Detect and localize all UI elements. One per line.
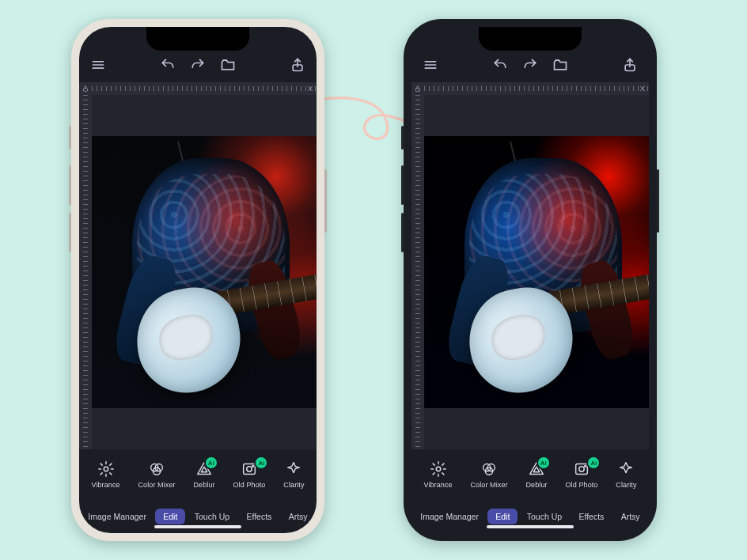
undo-icon[interactable] (160, 57, 176, 73)
image-canvas[interactable] (92, 95, 317, 449)
menu-icon[interactable] (423, 57, 438, 73)
tool-label: Vibrance (91, 481, 119, 489)
ai-badge: Ai (206, 457, 217, 468)
vibrance-icon (97, 460, 115, 478)
undo-icon[interactable] (492, 57, 508, 73)
tool-vibrance[interactable]: Vibrance (91, 460, 119, 489)
ai-badge: Ai (538, 457, 549, 468)
svg-point-20 (247, 467, 252, 471)
tab-effects[interactable]: Effects (238, 509, 279, 524)
tool-label: Old Photo (566, 481, 598, 489)
canvas-area (79, 82, 317, 449)
share-icon[interactable] (622, 57, 638, 73)
ruler-close-icon[interactable] (636, 82, 649, 95)
tab-effects[interactable]: Effects (571, 509, 612, 524)
app-topbar (411, 47, 649, 82)
tool-deblur[interactable]: Ai Deblur (526, 460, 548, 489)
color-mixer-icon (480, 460, 498, 478)
clarity-icon (617, 460, 635, 478)
vibrance-icon (430, 460, 447, 478)
tab-artsy[interactable]: Artsy (281, 509, 316, 524)
phone-notch (479, 27, 582, 51)
svg-line-35 (442, 473, 443, 475)
tool-clarity[interactable]: Clarity (616, 460, 636, 489)
ruler-lock-icon[interactable] (411, 82, 424, 95)
edited-photo (424, 136, 649, 408)
svg-line-36 (433, 473, 434, 475)
svg-line-37 (442, 464, 443, 465)
svg-line-13 (109, 473, 111, 475)
tab-touch-up[interactable]: Touch Up (187, 509, 237, 524)
tool-old-photo[interactable]: Ai Old Photo (233, 460, 266, 489)
ruler-vertical (411, 95, 424, 449)
image-canvas[interactable] (424, 95, 649, 449)
tab-touch-up[interactable]: Touch Up (519, 509, 570, 524)
tool-label: Deblur (526, 481, 548, 489)
tool-deblur[interactable]: Ai Deblur (194, 460, 215, 489)
ruler-horizontal (424, 82, 649, 95)
folder-icon[interactable] (220, 57, 236, 73)
redo-icon[interactable] (522, 57, 538, 73)
tab-edit[interactable]: Edit (487, 509, 518, 524)
svg-point-29 (436, 467, 441, 471)
tool-color-mixer[interactable]: Color Mixer (471, 460, 508, 489)
ai-badge: Ai (256, 457, 267, 468)
svg-point-21 (252, 465, 254, 467)
tool-label: Clarity (616, 481, 636, 489)
folder-icon[interactable] (552, 57, 568, 73)
ai-badge: Ai (588, 457, 599, 468)
tool-label: Color Mixer (471, 481, 508, 489)
svg-line-14 (100, 473, 102, 475)
tool-label: Old Photo (233, 481, 266, 489)
home-indicator (487, 525, 574, 528)
tool-old-photo[interactable]: Ai Old Photo (566, 460, 598, 489)
edited-photo (92, 136, 317, 408)
ruler-lock-icon[interactable] (79, 82, 92, 95)
svg-rect-26 (416, 89, 420, 92)
clarity-icon (285, 460, 302, 478)
tool-clarity[interactable]: Clarity (283, 460, 304, 489)
svg-point-7 (104, 467, 108, 471)
ruler-close-icon[interactable] (304, 82, 317, 95)
ruler-vertical (79, 95, 92, 449)
menu-icon[interactable] (90, 57, 106, 73)
ruler-horizontal (92, 82, 317, 95)
phone-notch (146, 27, 249, 51)
tab-artsy[interactable]: Artsy (613, 509, 648, 524)
tab-image-manager[interactable]: Image Manager (412, 509, 487, 524)
svg-point-43 (585, 465, 586, 467)
tab-edit[interactable]: Edit (155, 509, 185, 524)
svg-line-15 (109, 464, 111, 465)
adjust-tools-row: Vibrance Color Mixer Ai Deblur Ai Old Ph… (411, 449, 649, 500)
home-indicator (154, 525, 241, 528)
svg-line-12 (100, 464, 102, 465)
phone-after: Vibrance Color Mixer Ai Deblur Ai Old Ph… (404, 19, 657, 541)
redo-icon[interactable] (190, 57, 206, 73)
svg-point-42 (579, 467, 584, 471)
tool-label: Deblur (194, 481, 215, 489)
app-topbar (79, 47, 317, 82)
tool-label: Clarity (283, 481, 304, 489)
color-mixer-icon (148, 460, 165, 478)
tab-image-manager[interactable]: Image Manager (80, 509, 154, 524)
adjust-tools-row: Vibrance Color Mixer Ai Deblur Ai Old Ph… (79, 449, 317, 500)
tool-label: Color Mixer (138, 481, 176, 489)
svg-rect-4 (84, 89, 88, 92)
tool-vibrance[interactable]: Vibrance (423, 460, 452, 489)
phone-before: Vibrance Color Mixer Ai Deblur Ai Old Ph… (71, 19, 324, 541)
tool-label: Vibrance (423, 481, 452, 489)
tool-color-mixer[interactable]: Color Mixer (138, 460, 176, 489)
canvas-area (411, 82, 649, 449)
svg-line-34 (433, 464, 434, 465)
share-icon[interactable] (290, 57, 305, 73)
